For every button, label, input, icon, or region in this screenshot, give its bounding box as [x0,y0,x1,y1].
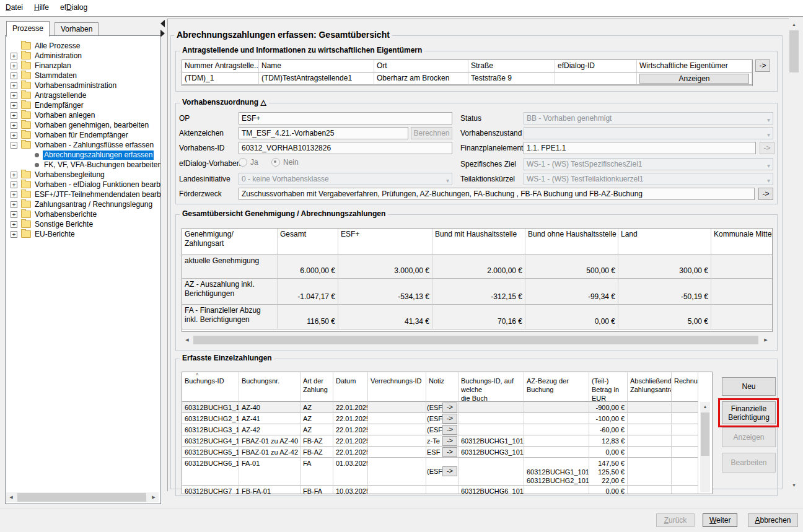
expander-plus-icon[interactable]: + [11,231,17,238]
applicants-detail-arrow-button[interactable]: -> [755,59,770,72]
totals-hscrollbar[interactable]: ◀ ▶ [182,335,771,345]
column-header[interactable]: Ort [374,60,468,72]
zur-ck-button[interactable]: Zurück [656,513,695,527]
notiz-detail-arrow-button[interactable]: -> [442,436,457,446]
notiz-detail-arrow-button[interactable]: -> [442,466,457,476]
radio-ja[interactable]: Ja [239,158,258,167]
menu-item-efdialog[interactable]: efDialog [55,0,93,14]
expander-plus-icon[interactable]: + [11,211,17,218]
notiz-detail-arrow-button[interactable]: -> [442,403,457,412]
finanzielle-berichtigung-button[interactable]: Finanzielle Berichtigung [722,401,776,424]
anzeigen-eigentuemer-button[interactable]: Anzeigen [639,74,749,84]
column-header[interactable]: Datum [333,372,368,402]
tree-item-vorhabensbegleitung[interactable]: +Vorhabensbegleitung [6,170,160,180]
scroll-up-icon[interactable]: ▲ [700,402,710,411]
payments-vscrollbar[interactable]: ▲ [700,402,710,492]
scroll-right-icon[interactable]: ▶ [761,335,771,345]
payment-row[interactable]: 60312BUCHG6_1013FA-01FA01.03.2025(ESF->6… [182,458,712,486]
tree-item-vorhaben-genehmigen-bearbeiten[interactable]: +Vorhaben genehmigen, bearbeiten [6,120,160,130]
payment-row[interactable]: 60312BUCHG5_1013FBAZ-01 zu AZ-42FB-AZ22.… [182,447,712,458]
expander-plus-icon[interactable]: + [11,132,17,139]
splitter-collapse-icon[interactable] [160,20,165,27]
scroll-thumb[interactable] [789,30,799,72]
foerderzweck-arrow-button[interactable]: -> [758,188,773,200]
tree-item-zahlungsantrag-rechnungslegung[interactable]: +Zahlungsantrag / Rechnungslegung [6,199,160,209]
teilaktionskuerzel-select[interactable]: WS-1 - (WS) TestTeilaktionkuerzel1 ▾ [524,173,773,185]
tree-item-finanzplan[interactable]: +Finanzplan [6,61,160,71]
tree-item-stammdaten[interactable]: +Stammdaten [6,71,160,81]
expander-plus-icon[interactable]: + [11,63,17,69]
payment-row[interactable]: 60312BUCHG2_1013AZ-41AZ22.01.2025(ESF->-… [182,413,712,424]
expander-plus-icon[interactable]: + [11,112,17,119]
tree-item-antragstellende[interactable]: +Antragstellende [6,90,160,100]
expander-plus-icon[interactable]: + [11,221,17,228]
scroll-up-icon[interactable]: ▲ [789,19,799,29]
tree-item-vorhabensberichte[interactable]: +Vorhabensberichte [6,209,160,219]
column-header[interactable]: AZ-Bezug derBuchung [524,372,589,402]
finanzplanelement-arrow-button[interactable]: -> [760,142,774,154]
column-header[interactable]: Buchungs-ID, aufwelchedie Buch [459,372,524,402]
column-header[interactable]: Wirtschaftliche Eigentümer [637,60,752,72]
column-header[interactable]: Bund mit Haushaltsstelle [432,229,525,255]
expander-plus-icon[interactable]: + [11,172,17,178]
scroll-left-icon[interactable]: ◀ [6,492,16,502]
expander-plus-icon[interactable]: + [11,82,17,89]
tree-item-vorhaben-efdialog-funktionen-bearbeiten[interactable]: +Vorhaben - efDialog Funktionen bearbeit… [6,180,160,190]
abbrechen-button[interactable]: Abbrechen [748,513,798,527]
column-header[interactable]: ESF+ [338,229,432,255]
column-header[interactable]: Nummer Antragstelle... [182,60,259,72]
radio-nein[interactable]: Nein [271,158,299,167]
expander-plus-icon[interactable]: + [11,72,17,79]
column-header[interactable]: Land [618,229,711,255]
expander-plus-icon[interactable]: + [11,102,17,109]
vorhabenszustand-select[interactable]: ▾ [524,127,773,139]
menu-item-datei[interactable]: Datei [0,0,29,14]
payment-row[interactable]: 60312BUCHG3_1013AZ-42AZ22.01.2025(ESF->-… [182,424,712,435]
scroll-thumb[interactable] [17,493,146,502]
bearbeiten-button[interactable]: Bearbeiten [722,453,776,473]
table-row[interactable]: FA - Finanzieller Abzuginkl. Berichtigun… [182,305,772,329]
expander-plus-icon[interactable]: + [11,191,17,198]
payment-row[interactable]: 60312BUCHG4_1013FBAZ-01 zu AZ-40FB-AZ22.… [182,435,712,447]
tree-item-abrechnungszahlungen-erfassen[interactable]: Abrechnungszahlungen erfassen [6,150,160,160]
expander-plus-icon[interactable]: + [11,92,17,99]
vorhabens-id-field[interactable]: 60312_VORHAB10132826 [239,142,452,154]
neu-button[interactable]: Neu [722,377,776,396]
menu-item-hilfe[interactable]: Hilfe [29,0,55,14]
weiter-button[interactable]: Weiter [703,513,737,527]
tree-item-eu-berichte[interactable]: +EU-Berichte [6,229,160,239]
tree-item-vorhabensadministration[interactable]: +Vorhabensadministration [6,81,160,90]
column-header[interactable]: Art derZahlung [301,372,333,402]
table-row[interactable]: (TDM)_1(TDM)TestAntragstellende1Oberharz… [182,72,752,85]
column-header[interactable]: Buchungsnr. [239,372,301,402]
payment-row[interactable]: 60312BUCHG1_1013AZ-40AZ22.01.2025(ESF->-… [182,402,712,413]
column-header[interactable]: AbschließendeZahlungsantra [628,372,672,402]
table-row[interactable]: AZ - Auszahlung inkl.Berichtigungen-1.04… [182,279,772,305]
finanzplanelement-field[interactable]: 1.1. FPE1.1 [524,142,756,154]
tree-item-fk-vf-vfa-buchungen-bearbeiten[interactable]: FK, VF, VFA-Buchungen bearbeiten [6,160,160,170]
expander-minus-icon[interactable]: − [11,142,17,149]
tree-hscrollbar[interactable]: ◀ ▶ [6,492,159,502]
column-header[interactable]: Bund ohne Haushaltsstelle [525,229,618,255]
column-header[interactable]: efDialog-ID [555,60,637,72]
expander-plus-icon[interactable]: + [11,53,17,59]
scroll-thumb[interactable] [701,412,709,456]
notiz-detail-arrow-button[interactable]: -> [442,414,457,424]
expander-plus-icon[interactable]: + [11,181,17,188]
scroll-thumb[interactable] [193,336,758,344]
column-header[interactable]: Genehmigung/Zahlungsart [182,229,278,255]
column-header[interactable]: Verrechnungs-ID [368,372,426,402]
tree-item-esf-jtf-teilnehmendendaten-bearbeiten[interactable]: +ESF+/JTF-Teilnehmendendaten bearbeiten [6,190,160,199]
scroll-right-icon[interactable]: ▶ [149,492,159,502]
landesinitiative-select[interactable]: 0 - keine Vorhabensklasse ▾ [239,173,452,185]
tree-item-endempf-nger[interactable]: +Endempfänger [6,100,160,110]
aktenzeichen-field[interactable]: TM_ESF_4.21.-Vorhaben25 [239,127,408,139]
splitter-expand-icon[interactable] [160,30,165,37]
tree-item-vorhaben-f-r-endempf-nger[interactable]: +Vorhaben für Endempfänger [6,130,160,140]
tree-item-alle-prozesse[interactable]: Alle Prozesse [6,41,160,51]
berechnen-button[interactable]: Berechnen [411,127,452,139]
tree-item-vorhaben-zahlungsfl-sse-erfassen[interactable]: −Vorhaben - Zahlungsflüsse erfassen [6,140,160,150]
column-header[interactable]: Notiz [426,372,459,402]
notiz-detail-arrow-button[interactable]: -> [442,447,457,457]
scroll-left-icon[interactable]: ◀ [182,335,192,345]
